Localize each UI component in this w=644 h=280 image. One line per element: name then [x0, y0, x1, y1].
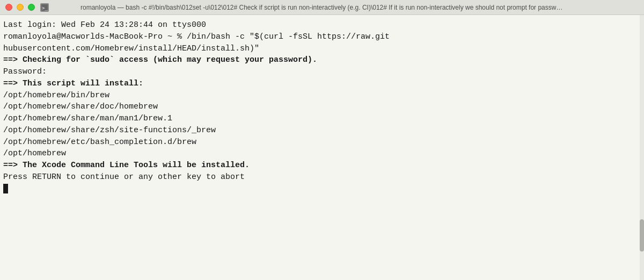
terminal-line: ==> This script will install:	[3, 78, 641, 90]
window-controls	[5, 4, 35, 11]
close-button[interactable]	[5, 4, 12, 11]
terminal-line: romanloyola@Macworlds-MacBook-Pro ~ % /b…	[3, 31, 641, 43]
cursor-blink	[3, 184, 8, 193]
terminal-line: /opt/homebrew/etc/bash_completion.d/brew	[3, 137, 641, 148]
terminal-line: /opt/homebrew/share/doc/homebrew	[3, 101, 641, 113]
terminal-line: hubusercontent.com/Homebrew/install/HEAD…	[3, 43, 641, 55]
terminal-line: ==> Checking for `sudo` access (which ma…	[3, 54, 641, 66]
maximize-button[interactable]	[28, 4, 35, 11]
terminal-body[interactable]: Last login: Wed Feb 24 13:28:44 on ttys0…	[0, 15, 644, 280]
scrollbar-thumb[interactable]	[640, 219, 644, 252]
minimize-button[interactable]	[17, 4, 24, 11]
svg-text:>_: >_	[42, 5, 48, 11]
terminal-line: /opt/homebrew/share/man/man1/brew.1	[3, 113, 641, 125]
terminal-line: Password:	[3, 66, 641, 78]
terminal-line: /opt/homebrew	[3, 148, 641, 160]
terminal-line: Press RETURN to continue or any other ke…	[3, 171, 641, 183]
title-bar: >_ romanloyola — bash -c #!/bin/bash\012…	[0, 0, 644, 15]
terminal-line: /opt/homebrew/bin/brew	[3, 90, 641, 102]
title-text: romanloyola — bash -c #!/bin/bash\012set…	[80, 4, 564, 11]
scrollbar[interactable]	[640, 15, 644, 280]
terminal-window: >_ romanloyola — bash -c #!/bin/bash\012…	[0, 0, 644, 280]
terminal-line: Last login: Wed Feb 24 13:28:44 on ttys0…	[3, 19, 641, 31]
cursor-line	[3, 183, 641, 195]
terminal-line: ==> The Xcode Command Line Tools will be…	[3, 160, 641, 171]
terminal-line: /opt/homebrew/share/zsh/site-functions/_…	[3, 125, 641, 137]
terminal-icon: >_	[40, 3, 49, 12]
